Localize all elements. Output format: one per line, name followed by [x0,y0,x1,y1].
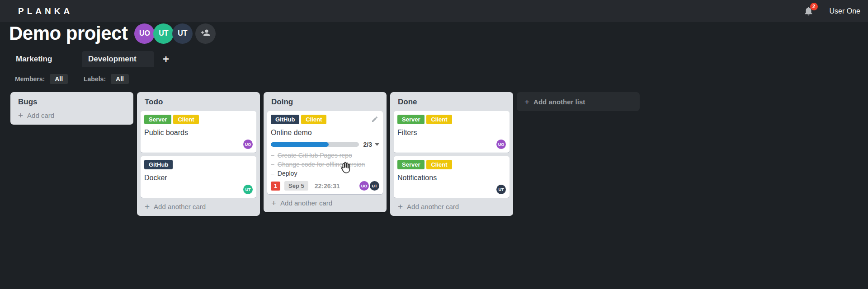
add-card-button[interactable]: +Add another card [398,203,505,210]
card-labels: ServerClient [397,115,506,124]
plus-icon: + [145,203,150,210]
card-member-avatar[interactable]: UO [496,140,506,149]
project-member-avatar[interactable]: UT [153,23,174,44]
card-labels: ServerClient [397,160,506,169]
card-title: Online demo [271,128,379,137]
card-notification-badge: 1 [271,182,280,191]
add-card-label: Add another card [280,199,332,207]
card-member-avatar[interactable]: UT [370,181,379,191]
board-tab-development[interactable]: Development [82,51,154,67]
members-filter-value[interactable]: All [50,74,68,84]
card-title: Filters [397,128,506,137]
card-label: Client [426,115,452,124]
list-title: Doing [271,98,379,107]
card-members: UT [397,185,506,194]
task-list: –Create GitHub Pages repo–Change code fo… [271,151,379,178]
list-title: Done [398,98,505,107]
topbar-right: 2 User One [803,6,868,17]
task-dash-icon: – [271,151,274,160]
caret-down-icon[interactable] [375,143,379,146]
card[interactable]: ServerClientFiltersUO [394,111,509,153]
list-cards: GitHubClientOnline demo2/3–Create GitHub… [264,111,387,194]
card-title: Notifications [397,173,506,182]
add-card-button[interactable]: +Add card [18,112,126,119]
progress-label: 2/3 [363,141,372,148]
task-item: –Change code for offline version [271,160,379,169]
project-title: Demo project [9,23,127,44]
task-text: Create GitHub Pages repo [278,151,352,160]
add-card-label: Add another card [154,203,206,210]
task-item: –Create GitHub Pages repo [271,151,379,160]
plus-icon: + [18,112,23,119]
due-date-badge: Sep 5 [284,181,308,191]
progress-row: 2/3 [271,141,379,148]
filter-bar: Members: All Labels: All [15,74,129,84]
user-menu[interactable]: User One [830,7,860,15]
progress-bar [271,142,359,147]
project-header: Demo project UOUTUT [9,23,216,44]
kanban-board: Bugs+Add cardTodoServerClientPublic boar… [10,92,640,216]
card-label: Client [426,160,452,169]
person-plus-icon [201,28,210,39]
list-cards: ServerClientPublic boardsUOGitHubDockerU… [137,111,260,198]
top-bar: PLANKA 2 User One [0,0,868,22]
add-board-button[interactable]: + [158,51,174,67]
card-members: UT [144,185,253,194]
card[interactable]: ServerClientPublic boardsUO [141,111,256,153]
board-tab-marketing[interactable]: Marketing [10,51,81,67]
edit-card-button[interactable] [371,115,379,123]
list-title: Todo [145,98,252,107]
card-members: UO [397,140,506,149]
task-dash-icon: – [271,169,274,178]
plus-icon: + [271,200,276,206]
task-text: Deploy [278,169,297,178]
card-label: Server [144,115,171,124]
board-list: DoingGitHubClientOnline demo2/3–Create G… [264,92,387,212]
add-list-button[interactable]: +Add another list [517,92,640,111]
card[interactable]: GitHubClientOnline demo2/3–Create GitHub… [267,111,383,194]
labels-filter-label: Labels: [84,75,106,83]
add-member-button[interactable] [195,23,216,44]
project-member-avatar[interactable]: UT [172,23,193,44]
notification-count-badge: 2 [810,3,818,10]
board-list: TodoServerClientPublic boardsUOGitHubDoc… [137,92,260,216]
card-labels: GitHub [144,160,253,169]
card-label: Client [173,115,198,124]
bell-icon [803,10,814,18]
card-label: GitHub [271,115,299,124]
board-list: DoneServerClientFiltersUOServerClientNot… [390,92,513,216]
board-list: Bugs+Add card [10,92,133,125]
add-card-button[interactable]: +Add another card [145,203,252,210]
card-label: Server [397,160,425,169]
list-cards: ServerClientFiltersUOServerClientNotific… [390,111,513,198]
plus-icon: + [524,98,529,105]
project-members: UOUTUT [136,23,216,44]
add-card-label: Add card [27,112,54,119]
card[interactable]: GitHubDockerUT [141,156,256,198]
card-title: Docker [144,173,253,182]
task-text: Change code for offline version [278,160,365,169]
project-member-avatar[interactable]: UO [134,23,155,44]
card-labels: GitHubClient [271,115,379,124]
card-title: Public boards [144,128,253,137]
card-members: UO [144,140,253,149]
card-member-avatar[interactable]: UT [243,185,253,194]
board-tabs: MarketingDevelopment+ [10,51,174,67]
task-item: –Deploy [271,169,379,178]
card-member-avatar[interactable]: UO [243,140,253,149]
card-member-avatar[interactable]: UT [496,185,506,194]
labels-filter-value[interactable]: All [111,74,129,84]
card[interactable]: ServerClientNotificationsUT [394,156,509,198]
planka-app: PLANKA 2 User One Demo project UOUTUT Ma… [0,0,868,289]
planka-logo[interactable]: PLANKA [18,6,73,16]
members-filter-label: Members: [15,75,45,83]
plus-icon: + [398,203,403,210]
timer-label: 22:26:31 [315,182,340,190]
card-labels: ServerClient [144,115,253,124]
add-list-label: Add another list [533,98,585,106]
card-members: UOUT [359,181,379,191]
task-dash-icon: – [271,160,274,169]
card-member-avatar[interactable]: UO [359,181,369,191]
notifications-button[interactable]: 2 [803,6,814,17]
add-card-button[interactable]: +Add another card [271,199,379,207]
